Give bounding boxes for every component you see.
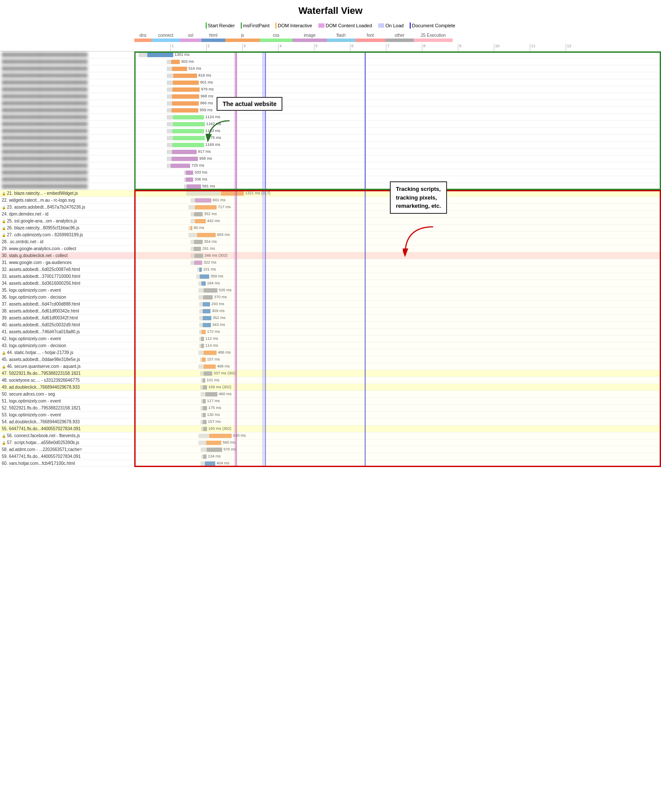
wait-bar (167, 81, 173, 85)
table-row[interactable]: ████████████████████████████ (0, 155, 134, 162)
table-row[interactable]: 45. assets.adobedt...0ddae98e318e5e.js (0, 356, 134, 363)
table-row[interactable]: 31. www.google.com - ga-audiences (0, 259, 134, 266)
table-row[interactable]: ████████████████████████████ (0, 79, 134, 86)
table-row[interactable]: 35. logx.optimizely.com - event (0, 287, 134, 294)
timing-label: 346 ms (302) (204, 253, 227, 258)
tracking-scripts-arrow (403, 225, 437, 260)
table-row[interactable]: ████████████████████████████ (0, 169, 134, 176)
table-row[interactable]: ████████████████████████████ (0, 86, 134, 93)
table-row[interactable]: 28. .sc.omtrdc.net - id (0, 238, 134, 245)
receive-bar (205, 461, 215, 466)
table-row[interactable]: ████████████████████████████ (0, 162, 134, 169)
table-row[interactable]: 51. logx.optimizely.com - event (0, 398, 134, 405)
url-cell: ████████████████████████████ (0, 129, 134, 133)
table-row[interactable]: 🔒21. blaze.ratecity... - embedWidget.js (0, 190, 134, 197)
table-row[interactable]: 42. logx.optimizely.com - event (0, 335, 134, 342)
receive-bar (204, 351, 217, 355)
table-row[interactable]: 🔒44. static.hotjar.... - hotjar-21739.js (0, 349, 134, 356)
table-row[interactable]: ████████████████████████████ (0, 128, 134, 135)
table-row[interactable]: ████████████████████████████ (0, 107, 134, 114)
wait-bar (191, 212, 194, 216)
wait-bar (167, 74, 173, 78)
table-row[interactable]: 32. assets.adobedt...6d025c0087e8.html (0, 266, 134, 273)
table-row[interactable]: 50. secure.adnxs.com - seg (0, 391, 134, 398)
table-row[interactable]: 🔒56. connect.facebook.net - fbevents.js (0, 432, 134, 439)
url-cell: 🔒44. static.hotjar.... - hotjar-21739.js (0, 350, 134, 355)
table-row[interactable]: 53. logx.optimizely.com - event (0, 412, 134, 419)
table-row[interactable]: 34. assets.adobedt...6d3616000256.html (0, 280, 134, 287)
legend: Start Render msFirstPaint DOM Interactiv… (0, 20, 661, 33)
url-cell: ████████████████████████████ (0, 87, 134, 92)
table-row[interactable]: 🔒26. blaze.ratecity...80955cf1bbac96.js (0, 225, 134, 232)
url-cell: ████████████████████████████ (0, 156, 134, 161)
receive-bar (194, 254, 203, 258)
table-row[interactable]: ████████████████████████████ (0, 114, 134, 121)
bar-row: 352 ms (134, 315, 661, 322)
legend-dom-interactive: DOM Interactive (275, 23, 312, 29)
table-row[interactable]: 60. vars.hotjar.com...fcb4f17100c.html (0, 460, 134, 467)
table-row[interactable]: ████████████████████████████ (0, 121, 134, 128)
table-row[interactable]: 38. assets.adobedt...6d61df00342e.html (0, 308, 134, 315)
table-row[interactable]: 🔒57. script.hotjar....a558e0d025390b.js (0, 439, 134, 446)
table-row[interactable]: 33. assets.adobedt...370017710000.html (0, 273, 134, 280)
table-row[interactable]: ████████████████████████████ (0, 58, 134, 65)
timing-label: 112 ms (205, 336, 218, 341)
table-row[interactable]: ████████████████████████████ (0, 65, 134, 72)
timing-label: 725 ms (191, 163, 204, 168)
table-row[interactable]: 39. assets.adobedt...6d61df00342f.html (0, 315, 134, 322)
table-row[interactable]: 24. dpm.demdex.net - id (0, 211, 134, 218)
table-row[interactable]: 47. 5922921.fls.do...795388223158.1821 (0, 370, 134, 377)
table-row[interactable]: 52. 5922921.fls.do...795388223158.1821 (0, 405, 134, 412)
table-row[interactable]: 🔒46. secure.quantserve.com - aquant.js (0, 363, 134, 370)
table-row[interactable]: 29. www.google-analytics.com - collect (0, 245, 134, 252)
receive-bar (203, 406, 207, 410)
wait-bar (186, 191, 221, 196)
table-row[interactable]: 40. assets.adobedt...6d025c0032d9.html (0, 322, 134, 329)
table-row[interactable]: 🔒25. ssl.google-ana...om - analytics.js (0, 218, 134, 225)
table-row[interactable]: 41. assets.adobedt...746d47ca018a80.js (0, 329, 134, 335)
table-row[interactable]: 36. logx.optimizely.com - decision (0, 294, 134, 301)
url-cell: 🔒27. cdn.optimizely.com - 8269983199.js (0, 232, 134, 237)
table-row[interactable]: ████████████████████████████ (0, 100, 134, 107)
url-cell: 37. assets.adobedt...6d47cd00d888.html (0, 302, 134, 306)
url-cell: 54. ad.doubleclick...7668944029678.933 (0, 419, 134, 424)
table-row[interactable]: 🔒23. assets.adobedt...8457a7b2476236.js (0, 204, 134, 211)
url-cell: 32. assets.adobedt...6d025c0087e8.html (0, 267, 134, 272)
color-dns (134, 39, 152, 42)
url-cell: ████████████████████████████ (0, 101, 134, 106)
timing-label: 404 ms (217, 461, 230, 465)
url-cell: 43. logx.optimizely.com - decision (0, 343, 134, 348)
table-row[interactable]: ████████████████████████████ (0, 93, 134, 100)
table-row[interactable]: 58. ad.atdmt.com - ...2202663571;cache= (0, 446, 134, 453)
receive-bar (204, 371, 212, 376)
table-row[interactable]: ████████████████████████████ (0, 142, 134, 148)
table-row[interactable]: 22. widgets.ratecit...m.au - rc-logo.svg (0, 197, 134, 204)
timing-label: 172 ms (207, 329, 220, 334)
table-row[interactable]: 37. assets.adobedt...6d47cd00d888.html (0, 301, 134, 308)
table-row[interactable]: ████████████████████████████ (0, 183, 134, 190)
timing-label: 184 ms (207, 281, 220, 285)
table-row[interactable]: 49. ad.doubleclick...7668944029678.933 (0, 384, 134, 391)
table-row[interactable]: ████████████████████████████ (0, 148, 134, 155)
wait-bar (167, 122, 173, 126)
table-row[interactable]: ████████████████████████████ (0, 176, 134, 183)
lock-icon: 🔒 (2, 434, 6, 438)
table-row[interactable]: ████████████████████████████ (0, 135, 134, 142)
url-cell: 🔒25. ssl.google-ana...om - analytics.js (0, 219, 134, 223)
bar-row: 343 ms (134, 322, 661, 329)
wait-bar (167, 94, 172, 99)
url-cell: 33. assets.adobedt...370017710000.html (0, 274, 134, 279)
color-flash (327, 39, 355, 42)
type-flash: flash (327, 33, 355, 38)
table-row[interactable]: ████████████████████████████ (0, 52, 134, 58)
table-row[interactable]: 30. stats.g.doubleclick.net - collect (0, 252, 134, 259)
url-cell: 39. assets.adobedt...6d61df00342f.html (0, 316, 134, 320)
table-row[interactable]: 55. 6447741.fls.do...4400557027834.091 (0, 425, 134, 432)
type-css: css (260, 33, 292, 38)
table-row[interactable]: 🔒27. cdn.optimizely.com - 8269983199.js (0, 232, 134, 238)
table-row[interactable]: ████████████████████████████ (0, 72, 134, 79)
table-row[interactable]: 54. ad.doubleclick...7668944029678.933 (0, 419, 134, 425)
table-row[interactable]: 48. societyone.sc.... - s33123926646775 (0, 377, 134, 384)
table-row[interactable]: 43. logx.optimizely.com - decision (0, 342, 134, 349)
table-row[interactable]: 59. 6447741.fls.do...4400557027834.091 (0, 453, 134, 460)
